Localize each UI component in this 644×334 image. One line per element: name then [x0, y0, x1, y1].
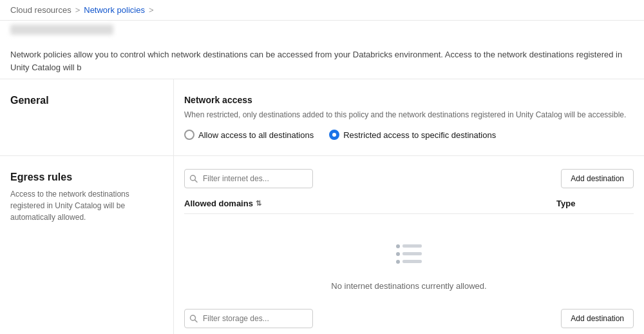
page-description: Network policies allow you to control wh…	[0, 43, 644, 79]
svg-line-1	[195, 180, 198, 182]
internet-empty-text: No internet destinations currently allow…	[331, 281, 486, 291]
breadcrumb-sep2: >	[149, 5, 154, 15]
col-allowed-domains: Allowed domains ⇅	[184, 199, 556, 208]
storage-filter-input[interactable]	[184, 309, 313, 328]
radio-allow-all[interactable]: Allow access to all destinations	[184, 130, 314, 140]
breadcrumb-network-policies[interactable]: Network policies	[84, 5, 145, 15]
breadcrumb: Cloud resources > Network policies >	[0, 0, 644, 21]
egress-right-panel: Add destination Allowed domains ⇅ Type	[174, 156, 644, 334]
col-allowed-domains-label: Allowed domains	[184, 199, 253, 208]
svg-rect-7	[402, 260, 422, 263]
internet-search-icon	[189, 175, 198, 183]
svg-rect-5	[402, 252, 422, 255]
storage-filter-row: Add destination	[184, 309, 634, 328]
col-type: Type	[556, 199, 634, 208]
svg-rect-3	[402, 244, 422, 248]
svg-point-2	[396, 244, 400, 248]
internet-table-header: Allowed domains ⇅ Type	[184, 199, 634, 214]
empty-list-icon	[390, 236, 428, 273]
radio-restricted[interactable]: Restricted access to specific destinatio…	[329, 130, 496, 140]
radio-circle-restricted	[329, 130, 339, 140]
storage-filter-wrap	[184, 309, 313, 328]
general-right-panel: Network access When restricted, only des…	[174, 79, 644, 155]
egress-title: Egress rules	[10, 172, 163, 183]
egress-description: Access to the network destinations regis…	[10, 188, 163, 223]
general-title: General	[10, 95, 163, 106]
general-section: General Network access When restricted, …	[0, 79, 644, 155]
network-access-description: When restricted, only destinations added…	[184, 109, 634, 121]
add-destination-storage-button[interactable]: Add destination	[561, 309, 634, 328]
svg-line-9	[195, 320, 198, 322]
network-access-title: Network access	[184, 95, 634, 105]
svg-point-4	[396, 252, 400, 256]
general-left-panel: General	[0, 79, 174, 155]
radio-allow-all-label: Allow access to all destinations	[198, 130, 314, 140]
sort-icon-allowed[interactable]: ⇅	[256, 199, 261, 208]
internet-filter-wrap	[184, 169, 313, 188]
radio-restricted-label: Restricted access to specific destinatio…	[343, 130, 496, 140]
svg-point-6	[396, 260, 400, 264]
storage-search-icon	[189, 315, 198, 323]
policy-name-blurred	[10, 25, 113, 35]
egress-rules-section: Egress rules Access to the network desti…	[0, 156, 644, 334]
network-access-radio-group: Allow access to all destinations Restric…	[184, 130, 634, 140]
internet-filter-row: Add destination	[184, 169, 634, 188]
egress-left-panel: Egress rules Access to the network desti…	[0, 156, 174, 334]
policy-name-bar	[0, 21, 644, 43]
internet-empty-state: No internet destinations currently allow…	[184, 217, 634, 304]
internet-filter-input[interactable]	[184, 169, 313, 188]
add-destination-internet-button[interactable]: Add destination	[561, 169, 634, 188]
breadcrumb-cloud-resources[interactable]: Cloud resources	[10, 5, 71, 15]
radio-circle-allow-all	[184, 130, 194, 140]
breadcrumb-sep1: >	[75, 5, 80, 15]
